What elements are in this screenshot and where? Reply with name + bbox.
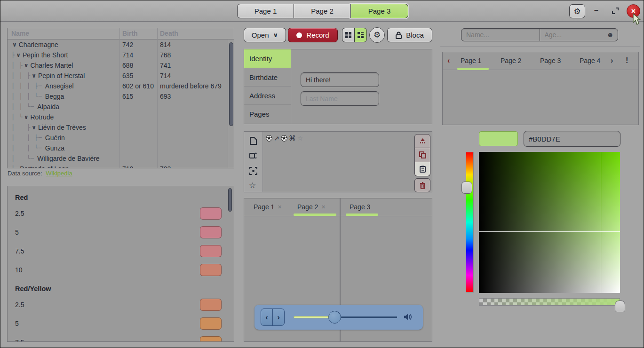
expander-icon[interactable]: ›: [16, 166, 18, 168]
star-icon[interactable]: ☆: [249, 181, 256, 190]
tree-row[interactable]: │ │ │ └─Begga615693: [8, 91, 228, 102]
tree-row[interactable]: │ │ └─Alpaida: [8, 102, 228, 112]
expander-icon[interactable]: ∨: [32, 124, 36, 131]
wikipedia-link[interactable]: Wikipedia: [46, 170, 72, 177]
grid-view-button[interactable]: [342, 28, 355, 42]
expander-icon[interactable]: ∨: [32, 72, 36, 79]
sidebar-item-identity[interactable]: Identity: [244, 49, 291, 68]
tree-row[interactable]: │ │ └─Gunza: [8, 143, 228, 153]
minimize-button[interactable]: –: [594, 6, 598, 15]
emoji-icon[interactable]: ☻: [606, 31, 614, 39]
color-swatch-button[interactable]: [200, 264, 222, 276]
tab-page1[interactable]: Page 1: [461, 57, 481, 64]
tab-page1[interactable]: Page 1×: [254, 203, 282, 211]
new-document-icon[interactable]: [250, 137, 257, 145]
header-gear-button[interactable]: ⚙: [569, 4, 585, 18]
tabs-prev-arrow[interactable]: ‹: [447, 56, 450, 65]
saturation-value-plane[interactable]: [479, 152, 620, 293]
media-slider-handle[interactable]: [328, 311, 341, 324]
sidebar-item-address[interactable]: Address: [244, 87, 291, 105]
tree-row[interactable]: │ └─Willigarde de Bavière: [8, 153, 228, 164]
tree-scrollbar-thumb[interactable]: [229, 42, 233, 126]
color-swatch-button[interactable]: [200, 226, 222, 238]
focus-center-icon[interactable]: [249, 167, 257, 175]
copy-button[interactable]: [414, 148, 430, 162]
header-tab-page3[interactable]: Page 3: [350, 4, 408, 18]
column-header-name[interactable]: Name: [11, 30, 29, 37]
media-back-button[interactable]: ‹: [261, 308, 273, 326]
hue-slider-handle[interactable]: [461, 182, 472, 194]
tree-row[interactable]: │ └∨Rotrude: [8, 112, 228, 122]
first-name-entry[interactable]: [301, 73, 379, 87]
color-swatch-button[interactable]: [200, 317, 222, 330]
record-icon: [296, 32, 302, 38]
upload-button[interactable]: [414, 134, 430, 148]
last-name-entry[interactable]: [301, 92, 379, 105]
tabs-overflow-button[interactable]: !: [626, 56, 628, 65]
list-icon: [358, 32, 364, 38]
maximize-icon: [611, 7, 620, 15]
open-button[interactable]: Open ∨: [244, 28, 286, 42]
current-color-swatch[interactable]: [479, 131, 518, 146]
alpha-slider-handle[interactable]: [615, 301, 625, 312]
palette-value: 7.5: [15, 247, 24, 255]
media-slider-track[interactable]: [334, 316, 397, 318]
close-tab-icon[interactable]: ×: [321, 203, 325, 211]
lock-button[interactable]: Bloca: [387, 28, 432, 42]
tree-row[interactable]: │ ├∨Charles Martel688741: [8, 60, 228, 71]
settings-round-button[interactable]: ⚙: [369, 27, 385, 43]
tab-page4[interactable]: Page 4: [580, 57, 600, 64]
sidebar-item-pages[interactable]: Pages: [244, 105, 291, 123]
tab-page2[interactable]: Page 2×: [297, 203, 326, 211]
tree-row[interactable]: │ │ ├∨Pepin of Herstal635714: [8, 71, 228, 81]
paste-button[interactable]: [414, 162, 430, 176]
textview-inline-content[interactable]: ↗ ⌘ ☆: [266, 134, 303, 142]
forward-icon: ›: [277, 313, 280, 322]
color-swatch-button[interactable]: [200, 336, 222, 342]
expander-icon[interactable]: ∨: [16, 52, 21, 58]
tree-row[interactable]: ├∨Pepin the Short714768: [8, 50, 228, 60]
gear-icon: ⚙: [573, 7, 580, 16]
column-header-death[interactable]: Death: [160, 30, 178, 37]
header-tab-page2[interactable]: Page 2: [294, 4, 351, 18]
tree-row[interactable]: │ ├∨Liévin de Trèves: [8, 122, 228, 133]
alpha-slider[interactable]: [479, 298, 620, 306]
insert-object-icon[interactable]: [249, 152, 257, 159]
tree-row[interactable]: │ │ ├─Guérin: [8, 133, 228, 143]
tab-page3[interactable]: Page 3: [350, 203, 370, 211]
media-forward-button[interactable]: ›: [272, 308, 285, 326]
delete-button[interactable]: [414, 178, 430, 192]
list-view-button[interactable]: [354, 28, 367, 42]
expander-icon[interactable]: ∨: [24, 114, 29, 120]
palette-scrollbar[interactable]: [228, 187, 233, 340]
volume-button[interactable]: [403, 313, 413, 321]
palette-list: Red 2.5 5 7.5 10 Red/Yellow 2.5 5 7.5: [7, 186, 234, 342]
tab-page3[interactable]: Page 3: [540, 57, 561, 64]
age-entry[interactable]: [540, 29, 618, 41]
name-entry[interactable]: [461, 29, 540, 41]
color-swatch-button[interactable]: [200, 299, 222, 311]
color-swatch-button[interactable]: [200, 245, 222, 257]
tree-row[interactable]: └›Bertrade of Laon710783: [8, 164, 228, 168]
expander-icon[interactable]: ∨: [12, 41, 17, 48]
header-tab-page1[interactable]: Page 1: [237, 4, 294, 18]
tree-row[interactable]: │ │ │ ├─Ansegisel602 or 610murdered befo…: [8, 81, 228, 91]
hex-color-entry[interactable]: [524, 131, 620, 146]
star-outline: ☆: [297, 134, 303, 142]
expander-icon[interactable]: ∨: [24, 62, 29, 69]
back-icon: ‹: [265, 313, 268, 322]
maximize-button[interactable]: [611, 7, 620, 15]
palette-scrollbar-thumb[interactable]: [228, 188, 232, 212]
record-button[interactable]: Record: [288, 28, 338, 42]
column-header-birth[interactable]: Birth: [122, 30, 138, 37]
volume-icon: [403, 313, 413, 321]
tab-page2[interactable]: Page 2: [501, 57, 521, 64]
sidebar-item-birthdate[interactable]: Birthdate: [244, 68, 291, 87]
person-entry-group: ☻: [461, 28, 618, 41]
close-tab-icon[interactable]: ×: [278, 203, 281, 211]
tree-row[interactable]: ∨Charlemagne742814: [8, 40, 228, 50]
hue-slider[interactable]: [466, 152, 474, 293]
tree-scrollbar[interactable]: [228, 40, 234, 168]
tabs-next-arrow[interactable]: ›: [611, 56, 613, 65]
color-swatch-button[interactable]: [200, 207, 222, 220]
